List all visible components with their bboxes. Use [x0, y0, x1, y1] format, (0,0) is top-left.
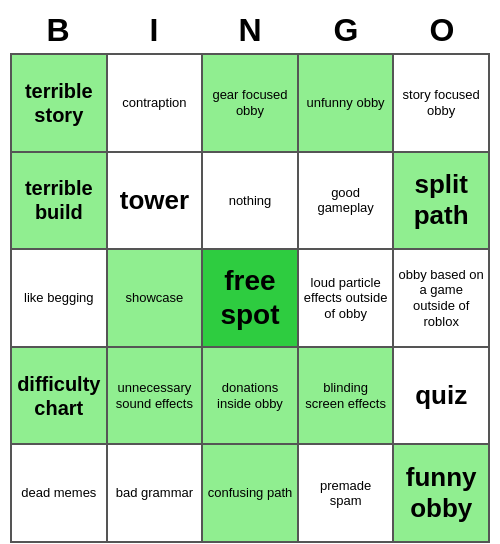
title-b: B [18, 12, 98, 49]
blinding-screen-effects: blinding screen effects [299, 348, 395, 446]
like-begging: like begging [12, 250, 108, 348]
premade-spam: premade spam [299, 445, 395, 543]
bingo-grid: terrible storycontraptiongear focused ob… [10, 53, 490, 543]
nothing: nothing [203, 153, 299, 251]
confusing-path: confusing path [203, 445, 299, 543]
quiz: quiz [394, 348, 490, 446]
showcase: showcase [108, 250, 204, 348]
donations-inside-obby: donations inside obby [203, 348, 299, 446]
dead-memes: dead memes [12, 445, 108, 543]
unnecessary-sound-effects: unnecessary sound effects [108, 348, 204, 446]
difficulty-chart: difficulty chart [12, 348, 108, 446]
unfunny-obby: unfunny obby [299, 55, 395, 153]
title-n: N [210, 12, 290, 49]
loud-particle-effects: loud particle effects outside of obby [299, 250, 395, 348]
contraption: contraption [108, 55, 204, 153]
tower: tower [108, 153, 204, 251]
terrible-build: terrible build [12, 153, 108, 251]
bingo-container: B I N G O terrible storycontraptiongear … [10, 8, 490, 543]
story-focused-obby: story focused obby [394, 55, 490, 153]
bad-grammar: bad grammar [108, 445, 204, 543]
terrible-story: terrible story [12, 55, 108, 153]
obby-based-on-game: obby based on a game outside of roblox [394, 250, 490, 348]
title-o: O [402, 12, 482, 49]
title-g: G [306, 12, 386, 49]
gear-focused-obby: gear focused obby [203, 55, 299, 153]
title-i: I [114, 12, 194, 49]
good-gameplay: good gameplay [299, 153, 395, 251]
funny-obby: funny obby [394, 445, 490, 543]
split-path: split path [394, 153, 490, 251]
free-spot: free spot [203, 250, 299, 348]
bingo-title: B I N G O [10, 8, 490, 53]
